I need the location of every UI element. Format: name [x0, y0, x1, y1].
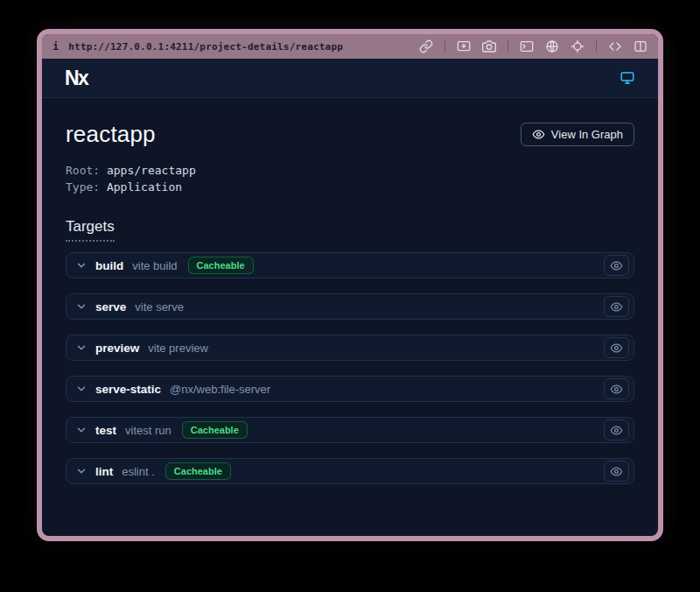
eye-icon — [610, 342, 623, 355]
code-icon[interactable] — [608, 39, 622, 53]
target-name: preview — [95, 342, 139, 355]
eye-icon — [610, 424, 623, 437]
view-in-graph-label: View In Graph — [551, 128, 623, 141]
target-row-serve[interactable]: serve vite serve — [66, 293, 634, 320]
monitor-icon[interactable] — [620, 70, 635, 86]
page-title: reactapp — [66, 121, 156, 148]
target-command: vite build — [132, 259, 177, 272]
chevron-down-icon[interactable] — [75, 300, 88, 313]
toolbar-separator — [596, 40, 597, 53]
link-icon[interactable] — [419, 39, 433, 53]
target-name: serve — [95, 300, 126, 314]
browser-title-bar: i http://127.0.0.1:4211/project-details/… — [42, 34, 658, 59]
chevron-down-icon[interactable] — [75, 424, 88, 436]
console-icon[interactable] — [520, 39, 534, 53]
locate-icon[interactable] — [570, 39, 584, 53]
save-screen-icon[interactable] — [457, 39, 471, 53]
view-target-button[interactable] — [604, 461, 629, 482]
chevron-down-icon[interactable] — [75, 465, 88, 477]
view-target-button[interactable] — [604, 419, 629, 440]
type-label: Type: — [66, 180, 100, 194]
view-in-graph-button[interactable]: View In Graph — [521, 123, 634, 146]
eye-icon — [610, 465, 623, 478]
cacheable-badge: Cacheable — [182, 421, 248, 439]
chevron-down-icon[interactable] — [75, 342, 88, 354]
view-target-button[interactable] — [604, 255, 629, 276]
target-name: build — [95, 259, 123, 272]
chevron-down-icon[interactable] — [75, 259, 88, 271]
info-icon: i — [52, 40, 59, 53]
view-target-button[interactable] — [604, 337, 629, 358]
target-command: vite serve — [135, 300, 184, 314]
split-view-icon[interactable] — [634, 39, 648, 53]
project-root-line: Root: apps/reactapp — [66, 162, 634, 179]
root-label: Root: — [66, 164, 100, 177]
type-value: Application — [107, 180, 182, 194]
eye-icon — [610, 259, 623, 272]
target-row-test[interactable]: test vitest run Cacheable — [66, 417, 634, 443]
toolbar-separator — [508, 40, 508, 53]
project-details-page: reactapp View In Graph Root: apps/reacta… — [42, 98, 658, 536]
targets-heading: Targets — [66, 218, 115, 242]
target-name: serve-static — [95, 383, 161, 396]
target-name: lint — [95, 465, 113, 478]
root-value: apps/reactapp — [107, 164, 196, 177]
eye-icon — [532, 128, 545, 141]
cacheable-badge: Cacheable — [188, 257, 254, 274]
target-command: eslint . — [122, 465, 155, 478]
eye-icon — [610, 300, 623, 314]
cacheable-badge: Cacheable — [165, 462, 231, 480]
nx-logo[interactable]: Nx — [65, 67, 88, 90]
target-command: vite preview — [148, 342, 208, 355]
app-header: Nx — [42, 59, 658, 98]
target-command: @nx/web:file-server — [170, 383, 270, 396]
target-row-build[interactable]: build vite build Cacheable — [66, 252, 634, 278]
target-list: build vite build Cacheable serve vite se… — [66, 252, 634, 484]
target-row-lint[interactable]: lint eslint . Cacheable — [66, 458, 634, 484]
toolbar-separator — [444, 40, 445, 53]
view-target-button[interactable] — [604, 296, 629, 317]
target-row-preview[interactable]: preview vite preview — [66, 335, 634, 361]
browser-preview-window: i http://127.0.0.1:4211/project-details/… — [37, 29, 663, 541]
address-url[interactable]: http://127.0.0.1:4211/project-details/re… — [68, 41, 343, 53]
globe-icon[interactable] — [545, 39, 559, 53]
eye-icon — [610, 383, 623, 396]
chevron-down-icon[interactable] — [75, 383, 88, 395]
browser-toolbar — [419, 39, 648, 53]
target-row-serve-static[interactable]: serve-static @nx/web:file-server — [66, 376, 634, 402]
project-type-line: Type: Application — [66, 179, 634, 195]
target-command: vitest run — [125, 424, 172, 437]
target-name: test — [95, 424, 116, 437]
view-target-button[interactable] — [604, 378, 629, 399]
camera-icon[interactable] — [482, 39, 496, 53]
